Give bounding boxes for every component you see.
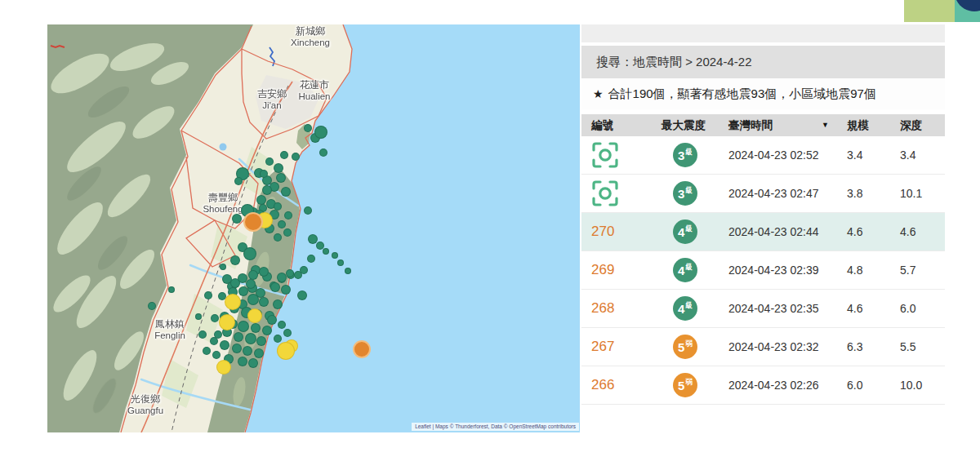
quake-marker[interactable] <box>238 321 249 332</box>
quake-marker[interactable] <box>238 286 248 296</box>
town-label: 花蓮市Hualien <box>299 80 331 102</box>
event-id-link[interactable]: 267 <box>591 339 614 354</box>
quake-marker[interactable] <box>243 247 256 260</box>
quake-marker[interactable] <box>267 315 277 325</box>
quake-marker[interactable] <box>246 279 256 289</box>
map-attribution[interactable]: Leaflet | Maps © Thunderforest, Data © O… <box>412 423 579 431</box>
quake-marker[interactable] <box>220 340 229 350</box>
quake-marker[interactable] <box>281 187 291 197</box>
table-row[interactable]: 3級2024-04-23 02:523.43.4 <box>581 136 945 175</box>
quake-marker[interactable] <box>304 124 312 132</box>
quake-marker[interactable] <box>274 233 282 242</box>
table-row[interactable]: 2675弱2024-04-23 02:326.35.5 <box>581 328 945 366</box>
quake-marker[interactable] <box>247 308 262 323</box>
sort-desc-icon[interactable]: ▼ <box>822 122 829 129</box>
event-id-link[interactable]: 269 <box>591 262 614 277</box>
quake-marker[interactable] <box>274 163 283 173</box>
quake-marker[interactable] <box>280 151 288 159</box>
header-time[interactable]: 臺灣時間 ▼ <box>719 118 837 133</box>
quake-marker[interactable] <box>332 252 338 259</box>
quake-marker[interactable] <box>254 348 264 358</box>
locate-target-icon[interactable] <box>591 141 652 169</box>
quake-marker[interactable] <box>337 259 344 266</box>
locate-target-icon[interactable] <box>591 180 652 207</box>
quake-marker[interactable] <box>319 149 327 157</box>
quake-marker[interactable] <box>284 211 292 219</box>
quake-marker[interactable] <box>286 269 294 277</box>
quake-marker[interactable] <box>262 326 272 335</box>
depth-value: 5.7 <box>890 264 945 277</box>
event-id-link[interactable]: 268 <box>591 300 614 316</box>
quake-marker[interactable] <box>247 294 259 305</box>
quake-marker[interactable] <box>225 294 241 310</box>
quake-marker[interactable] <box>198 330 207 339</box>
event-time: 2024-04-23 02:44 <box>719 225 837 238</box>
table-row[interactable]: 2694級2024-04-23 02:394.85.7 <box>581 251 945 290</box>
quake-marker[interactable] <box>212 351 220 359</box>
quake-marker[interactable] <box>211 314 219 322</box>
quake-marker[interactable] <box>245 333 256 344</box>
quake-marker[interactable] <box>234 332 243 342</box>
table-header: 編號 最大震度 臺灣時間 ▼ 規模 深度 <box>581 114 945 136</box>
header-intensity: 最大震度 <box>652 118 719 133</box>
quake-marker[interactable] <box>304 206 312 215</box>
quake-marker[interactable] <box>219 314 235 330</box>
quake-marker[interactable] <box>277 342 295 360</box>
quake-marker[interactable] <box>248 358 258 368</box>
quake-marker[interactable] <box>278 220 286 228</box>
quake-marker[interactable] <box>220 264 226 270</box>
town-label: 光復鄉Guangfu <box>127 394 163 416</box>
quake-marker[interactable] <box>230 255 240 265</box>
quake-marker[interactable] <box>307 255 315 263</box>
quake-marker[interactable] <box>259 267 269 277</box>
quake-marker[interactable] <box>314 126 327 139</box>
table-row[interactable]: 2704級2024-04-23 02:444.64.6 <box>581 213 945 251</box>
table-row[interactable]: 2665弱2024-04-23 02:266.010.0 <box>581 366 945 405</box>
quake-marker[interactable] <box>262 185 272 195</box>
quake-marker[interactable] <box>281 285 291 295</box>
quake-marker[interactable] <box>292 153 300 161</box>
quake-marker[interactable] <box>238 357 247 366</box>
quake-marker[interactable] <box>273 299 283 309</box>
quake-marker[interactable] <box>210 337 218 345</box>
event-id-link[interactable]: 270 <box>591 224 614 239</box>
earthquake-map[interactable]: 新城鄉Xincheng花蓮市Hualien吉安鄉Ji'an壽豐鄉Shoufeng… <box>47 24 580 432</box>
event-id-link[interactable]: 266 <box>591 377 614 392</box>
quake-marker[interactable] <box>265 157 274 166</box>
depth-value: 10.0 <box>890 379 945 392</box>
quake-marker[interactable] <box>204 291 212 299</box>
quake-marker[interactable] <box>323 248 329 255</box>
quake-marker[interactable] <box>243 212 263 232</box>
quake-marker[interactable] <box>276 173 286 183</box>
quake-marker[interactable] <box>297 290 307 300</box>
quake-marker[interactable] <box>168 286 175 293</box>
quake-marker[interactable] <box>283 329 292 337</box>
quake-marker[interactable] <box>232 344 242 353</box>
quake-marker[interactable] <box>278 321 286 329</box>
quake-marker[interactable] <box>234 177 243 185</box>
event-time: 2024-04-23 02:47 <box>719 187 837 200</box>
quake-marker[interactable] <box>195 313 202 320</box>
deco-navy-wave <box>956 0 980 11</box>
magnitude-value: 6.3 <box>837 340 890 353</box>
quake-marker[interactable] <box>270 282 280 292</box>
table-row[interactable]: 3級2024-04-23 02:473.810.1 <box>581 175 945 213</box>
quake-marker[interactable] <box>216 360 231 375</box>
panel-top-strip <box>581 24 945 42</box>
magnitude-value: 3.4 <box>837 149 890 162</box>
table-row[interactable]: 2684級2024-04-23 02:354.66.0 <box>581 290 945 328</box>
quake-marker[interactable] <box>232 214 242 224</box>
quake-marker[interactable] <box>259 297 269 307</box>
quake-marker[interactable] <box>256 336 266 346</box>
quake-marker[interactable] <box>148 302 156 310</box>
quake-marker[interactable] <box>283 228 292 237</box>
quake-marker[interactable] <box>345 268 351 274</box>
quake-marker[interactable] <box>243 346 252 356</box>
quake-marker[interactable] <box>260 170 268 178</box>
quake-marker[interactable] <box>353 340 371 358</box>
quake-marker[interactable] <box>251 323 261 333</box>
header-id: 編號 <box>581 118 652 133</box>
quake-marker[interactable] <box>294 271 302 279</box>
quake-marker[interactable] <box>274 335 282 343</box>
quake-marker[interactable] <box>203 347 211 355</box>
